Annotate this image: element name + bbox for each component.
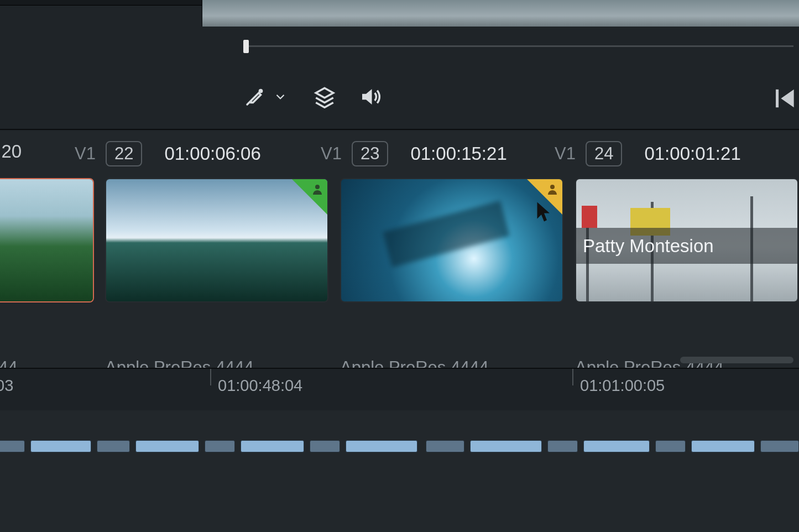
timeline-clip-segment[interactable] <box>241 440 304 452</box>
timeline-clip-segment[interactable] <box>583 440 650 452</box>
timeline-clip-segment[interactable] <box>346 440 417 452</box>
clip-owner-overlay: Patty Montesion <box>576 228 797 264</box>
clip-duration: 01:00:06:06 <box>164 143 260 164</box>
svg-point-1 <box>315 185 320 189</box>
ruler-timecode: 03 <box>0 377 13 395</box>
layers-icon[interactable] <box>313 85 336 108</box>
user-icon <box>311 182 324 196</box>
user-icon <box>546 182 559 196</box>
viewer-frame <box>202 0 799 27</box>
clip-0-dur-partial: ?:20 <box>0 141 22 162</box>
clip-duration: 01:00:01:21 <box>644 143 740 164</box>
scrub-playhead[interactable] <box>243 40 249 53</box>
clip-duration: 01:00:15:21 <box>410 143 506 164</box>
ruler-timecode: 01:01:00:05 <box>580 377 665 395</box>
timeline-ruler[interactable]: 03 01:00:48:04 01:01:00:05 <box>0 369 799 410</box>
timeline-clip-segment[interactable] <box>135 440 199 452</box>
timeline-tracks[interactable] <box>0 410 799 532</box>
viewer-tool-row <box>202 75 799 119</box>
clip-thumbnail-2[interactable] <box>340 178 563 302</box>
scrub-track[interactable] <box>246 45 793 47</box>
timeline-clip-segment[interactable] <box>426 440 464 452</box>
thumbnails-scrollbar[interactable] <box>680 357 793 363</box>
clip-thumbnail-1[interactable] <box>105 178 328 302</box>
clip-thumbnail-3[interactable]: Patty Montesion <box>575 178 798 302</box>
dropdown-chevron-icon[interactable] <box>273 90 288 104</box>
clip-track-label: V1 <box>555 144 576 164</box>
svg-point-0 <box>259 89 263 93</box>
mouse-cursor-icon <box>536 200 552 223</box>
clip-number-badge[interactable]: 24 <box>586 141 622 166</box>
previous-clip-button[interactable] <box>768 83 799 116</box>
timeline-clip-segment[interactable] <box>97 440 130 452</box>
timeline-clip-segment[interactable] <box>30 440 91 452</box>
timeline-clip-segment[interactable] <box>655 440 686 452</box>
viewer-scrub-bar[interactable] <box>202 33 799 66</box>
ruler-tick <box>210 369 211 385</box>
clip-header-row: ?:20 V1 22 01:00:06:06 V1 23 01:00:15:21… <box>0 131 799 173</box>
timeline-clip-segment[interactable] <box>470 440 542 452</box>
ruler-tick <box>572 369 573 385</box>
audio-icon[interactable] <box>358 85 382 108</box>
clip-number-badge[interactable]: 23 <box>352 141 388 166</box>
clip-thumb-image <box>0 179 93 301</box>
clip-track-label: V1 <box>75 144 96 164</box>
timeline-clip-segment[interactable] <box>310 440 340 452</box>
timeline-clip-segment[interactable] <box>760 440 799 452</box>
svg-point-2 <box>550 185 555 189</box>
timeline-clip-segment[interactable] <box>691 440 755 452</box>
clips-row: 444 Apple ProRes 4444 Apple ProRes 4444 … <box>0 178 799 316</box>
eyedropper-icon[interactable] <box>243 85 267 108</box>
viewer-preview[interactable] <box>202 0 799 27</box>
ruler-timecode: 01:00:48:04 <box>218 377 302 395</box>
timeline-clip-segment[interactable] <box>205 440 235 452</box>
divider <box>0 129 799 130</box>
timeline-clip-segment[interactable] <box>547 440 578 452</box>
clip-track-label: V1 <box>321 144 342 164</box>
clip-thumbnails-strip: ?:20 V1 22 01:00:06:06 V1 23 01:00:15:21… <box>0 131 799 374</box>
clip-thumbnail-0[interactable] <box>0 178 94 302</box>
timeline-clip-segment[interactable] <box>0 440 25 452</box>
clip-number-badge[interactable]: 22 <box>106 141 142 166</box>
timeline-video-track[interactable] <box>0 437 799 471</box>
